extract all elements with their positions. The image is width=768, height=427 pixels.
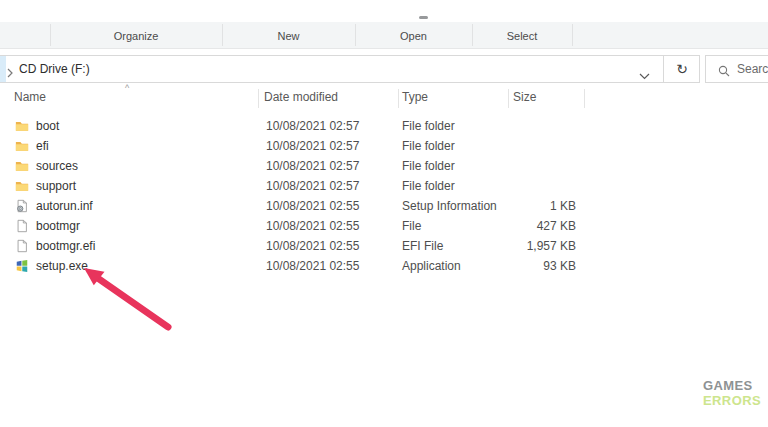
search-icon	[718, 63, 730, 81]
ribbon-group-organize: Organize	[50, 30, 222, 42]
sort-ascending-icon: ^	[125, 83, 129, 93]
watermark-line2: ERRORS	[703, 393, 761, 408]
column-header-date-modified[interactable]: Date modified	[264, 90, 338, 104]
ribbon-bar: Organize New Open Select	[0, 22, 768, 49]
watermark-line1: GAMES	[703, 378, 761, 393]
blank-file-icon	[15, 239, 29, 253]
breadcrumb-highlight	[0, 56, 6, 82]
file-row-autorun-inf[interactable]: autorun.inf 10/08/2021 02:55 Setup Infor…	[0, 196, 640, 216]
column-header-type[interactable]: Type	[402, 90, 428, 104]
column-divider[interactable]	[398, 89, 399, 108]
ribbon-icon-remnant	[419, 16, 428, 19]
folder-icon	[15, 139, 29, 153]
file-row-setup-exe[interactable]: setup.exe 10/08/2021 02:55 Application 9…	[0, 256, 640, 276]
ribbon-group-new: New	[222, 30, 355, 42]
application-setup-icon	[15, 259, 29, 273]
folder-icon	[15, 159, 29, 173]
ribbon-group-divider	[572, 24, 573, 46]
column-header-size[interactable]: Size	[513, 90, 536, 104]
column-divider[interactable]	[508, 89, 509, 108]
file-list: boot 10/08/2021 02:57 File folder efi 10…	[0, 116, 640, 276]
file-row-support[interactable]: support 10/08/2021 02:57 File folder	[0, 176, 640, 196]
address-bar[interactable]: CD Drive (F:) ↻	[0, 55, 700, 83]
file-row-boot[interactable]: boot 10/08/2021 02:57 File folder	[0, 116, 640, 136]
folder-icon	[15, 119, 29, 133]
file-row-efi[interactable]: efi 10/08/2021 02:57 File folder	[0, 136, 640, 156]
file-row-bootmgr-efi[interactable]: bootmgr.efi 10/08/2021 02:55 EFI File 1,…	[0, 236, 640, 256]
column-divider[interactable]	[258, 89, 259, 108]
address-location[interactable]: CD Drive (F:)	[19, 56, 90, 82]
search-placeholder: Search	[737, 56, 768, 82]
ribbon-group-select: Select	[472, 30, 572, 42]
blank-file-icon	[15, 219, 29, 233]
breadcrumb-chevron-icon[interactable]	[7, 64, 14, 82]
column-divider[interactable]	[584, 89, 585, 108]
folder-icon	[15, 179, 29, 193]
address-dropdown-chevron-icon[interactable]	[639, 66, 650, 84]
search-input[interactable]: Search	[705, 55, 768, 83]
column-header-name[interactable]: Name	[14, 90, 46, 104]
watermark-logo: GAMES ERRORS	[703, 378, 761, 408]
file-row-sources[interactable]: sources 10/08/2021 02:57 File folder	[0, 156, 640, 176]
refresh-button[interactable]: ↻	[664, 56, 700, 82]
setup-information-file-icon	[15, 199, 29, 213]
ribbon-group-open: Open	[355, 30, 472, 42]
refresh-icon: ↻	[676, 61, 688, 77]
file-row-bootmgr[interactable]: bootmgr 10/08/2021 02:55 File 427 KB	[0, 216, 640, 236]
